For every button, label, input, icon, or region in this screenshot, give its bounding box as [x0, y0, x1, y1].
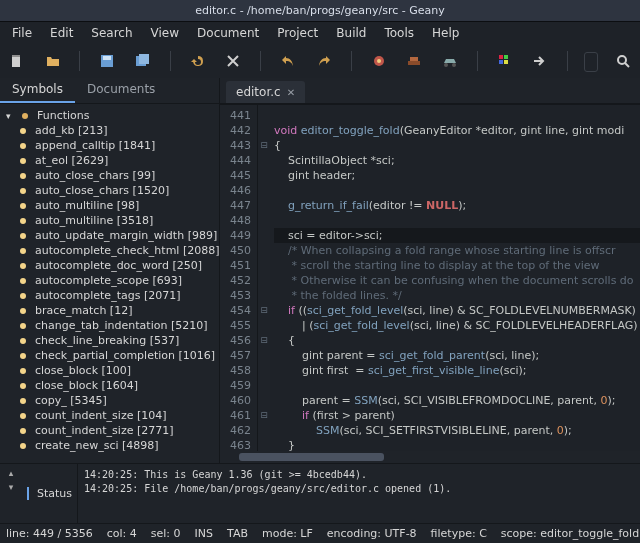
- function-icon: [20, 263, 26, 269]
- symbol-label: autocomplete_scope [693]: [35, 274, 182, 287]
- horizontal-scrollbar[interactable]: [220, 451, 640, 463]
- code-line[interactable]: {: [274, 333, 640, 348]
- symbol-item[interactable]: auto_close_chars [1520]: [0, 183, 219, 198]
- svg-rect-1: [12, 55, 20, 57]
- expand-down-icon[interactable]: ▾: [9, 482, 14, 492]
- code-line[interactable]: * Otherwise it can be confusing when the…: [274, 273, 640, 288]
- code-line[interactable]: if (first > parent): [274, 408, 640, 423]
- jump-icon[interactable]: [530, 50, 552, 72]
- menu-file[interactable]: File: [4, 24, 40, 42]
- search-input[interactable]: [584, 52, 598, 72]
- symbol-label: auto_close_chars [1520]: [35, 184, 169, 197]
- run-icon[interactable]: [439, 50, 461, 72]
- symbol-item[interactable]: change_tab_indentation [5210]: [0, 318, 219, 333]
- symbol-item[interactable]: add_kb [213]: [0, 123, 219, 138]
- menu-document[interactable]: Document: [189, 24, 267, 42]
- code-line[interactable]: gint header;: [274, 168, 640, 183]
- symbol-item[interactable]: check_line_breaking [537]: [0, 333, 219, 348]
- code-line[interactable]: gint first = sci_get_first_visible_line(…: [274, 363, 640, 378]
- menu-edit[interactable]: Edit: [42, 24, 81, 42]
- code-line[interactable]: [274, 378, 640, 393]
- fold-column[interactable]: ⊟ ⊟ ⊟ ⊟ ⊟: [258, 105, 270, 451]
- search-icon[interactable]: [612, 50, 634, 72]
- symbol-item[interactable]: autocomplete_tags [2071]: [0, 288, 219, 303]
- build-icon[interactable]: [403, 50, 425, 72]
- symbol-label: at_eol [2629]: [35, 154, 108, 167]
- symbol-item[interactable]: auto_update_margin_width [989]: [0, 228, 219, 243]
- message-tab-status[interactable]: Status: [22, 464, 78, 523]
- code-line[interactable]: * scroll the starting line to display at…: [274, 258, 640, 273]
- status-sel: sel: 0: [151, 527, 181, 540]
- code-line[interactable]: [274, 213, 640, 228]
- symbol-item[interactable]: append_calltip [1841]: [0, 138, 219, 153]
- symbol-item[interactable]: check_partial_completion [1016]: [0, 348, 219, 363]
- menu-build[interactable]: Build: [328, 24, 374, 42]
- symbol-item[interactable]: auto_close_chars [99]: [0, 168, 219, 183]
- svg-rect-9: [410, 57, 418, 61]
- editor-tab-active[interactable]: editor.c ✕: [226, 81, 305, 103]
- status-col: col: 4: [107, 527, 137, 540]
- symbol-item[interactable]: count_indent_size [104]: [0, 408, 219, 423]
- code-editor[interactable]: 441 442 443 444 445 446 447 448 449 450 …: [220, 104, 640, 451]
- tree-root-label: Functions: [37, 109, 90, 122]
- menu-search[interactable]: Search: [83, 24, 140, 42]
- code-line[interactable]: [274, 108, 640, 123]
- code-line[interactable]: SSM(sci, SCI_SETFIRSTVISIBLELINE, parent…: [274, 423, 640, 438]
- svg-rect-12: [499, 55, 503, 59]
- color-chooser-icon[interactable]: [494, 50, 516, 72]
- code-line[interactable]: /* When collapsing a fold range whose st…: [274, 243, 640, 258]
- svg-rect-15: [504, 60, 508, 64]
- code-line[interactable]: [274, 183, 640, 198]
- compile-icon[interactable]: [368, 50, 390, 72]
- collapse-up-icon[interactable]: ▴: [9, 468, 14, 478]
- symbol-item[interactable]: copy_ [5345]: [0, 393, 219, 408]
- code-content[interactable]: void editor_toggle_fold(GeanyEditor *edi…: [270, 105, 640, 451]
- symbol-item[interactable]: close_block [100]: [0, 363, 219, 378]
- sidebar-tab-documents[interactable]: Documents: [75, 78, 167, 103]
- symbol-item[interactable]: autocomplete_check_html [2088]: [0, 243, 219, 258]
- undo-icon[interactable]: [277, 50, 299, 72]
- symbol-item[interactable]: autocomplete_scope [693]: [0, 273, 219, 288]
- open-file-icon[interactable]: [42, 50, 64, 72]
- symbol-item[interactable]: close_block [1604]: [0, 378, 219, 393]
- symbol-item[interactable]: brace_match [12]: [0, 303, 219, 318]
- save-all-icon[interactable]: [132, 50, 154, 72]
- svg-rect-5: [139, 54, 149, 64]
- redo-icon[interactable]: [313, 50, 335, 72]
- message-body[interactable]: 14:20:25: This is Geany 1.36 (git >= 4bc…: [78, 464, 640, 523]
- revert-icon[interactable]: [187, 50, 209, 72]
- symbol-item[interactable]: at_eol [2629]: [0, 153, 219, 168]
- code-line[interactable]: gint parent = sci_get_fold_parent(sci, l…: [274, 348, 640, 363]
- symbol-item[interactable]: create_new_sci [4898]: [0, 438, 219, 453]
- new-file-icon[interactable]: [6, 50, 28, 72]
- code-line[interactable]: sci = editor->sci;: [274, 228, 640, 243]
- symbol-item[interactable]: autocomplete_doc_word [250]: [0, 258, 219, 273]
- symbol-label: copy_ [5345]: [35, 394, 107, 407]
- sidebar-tab-symbols[interactable]: Symbols: [0, 78, 75, 103]
- tree-root-functions[interactable]: Functions: [0, 108, 219, 123]
- save-file-icon[interactable]: [96, 50, 118, 72]
- menu-view[interactable]: View: [143, 24, 187, 42]
- code-line[interactable]: | (sci_get_fold_level(sci, line) & SC_FO…: [274, 318, 640, 333]
- code-line[interactable]: }: [274, 438, 640, 451]
- toolbar-search: [584, 50, 598, 72]
- menu-help[interactable]: Help: [424, 24, 467, 42]
- code-line[interactable]: parent = SSM(sci, SCI_VISIBLEFROMDOCLINE…: [274, 393, 640, 408]
- menu-tools[interactable]: Tools: [376, 24, 422, 42]
- status-tab: TAB: [227, 527, 248, 540]
- menu-project[interactable]: Project: [269, 24, 326, 42]
- symbol-item[interactable]: count_indent_size [2771]: [0, 423, 219, 438]
- symbol-item[interactable]: auto_multiline [98]: [0, 198, 219, 213]
- scrollbar-thumb[interactable]: [239, 453, 385, 461]
- code-line[interactable]: ScintillaObject *sci;: [274, 153, 640, 168]
- close-icon[interactable]: [223, 50, 245, 72]
- tab-close-icon[interactable]: ✕: [287, 87, 295, 98]
- code-line[interactable]: g_return_if_fail(editor != NULL);: [274, 198, 640, 213]
- code-line[interactable]: void editor_toggle_fold(GeanyEditor *edi…: [274, 123, 640, 138]
- code-line[interactable]: if ((sci_get_fold_level(sci, line) & SC_…: [274, 303, 640, 318]
- code-line[interactable]: {: [274, 138, 640, 153]
- function-icon: [20, 143, 26, 149]
- code-line[interactable]: * the folded lines. */: [274, 288, 640, 303]
- symbols-tree[interactable]: Functionsadd_kb [213]append_calltip [184…: [0, 104, 219, 463]
- symbol-item[interactable]: auto_multiline [3518]: [0, 213, 219, 228]
